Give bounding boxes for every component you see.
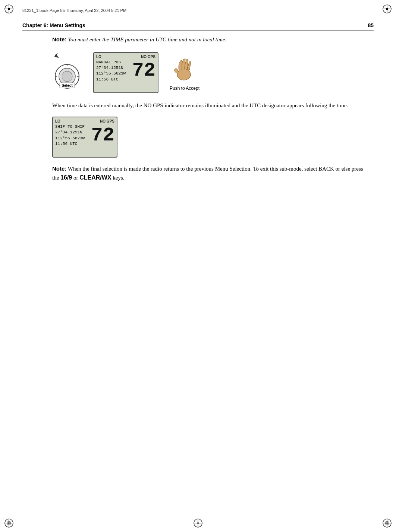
figure2: LO NO GPS SHIP TO SHIP 27°34.1251N 112°5… [52,117,366,158]
svg-point-7 [386,8,388,10]
reg-mark-bl [4,518,14,528]
note2-paragraph: Note: When the final selection is made t… [52,164,366,183]
note1-paragraph: Note: You must enter the TIME parameter … [52,35,366,44]
lcd2-lo: LO [55,119,60,123]
body-text-1: When time data is entered manually, the … [52,101,366,110]
main-content: Note: You must enter the TIME parameter … [52,35,366,183]
note2-bold-key1: 16/9 [60,174,72,181]
reg-mark-bc [193,518,203,528]
reg-mark-tl [4,4,14,14]
svg-point-24 [62,71,72,82]
knob-illustration: Select [52,52,89,93]
svg-text:Select: Select [62,83,73,88]
reg-mark-br [382,518,392,528]
svg-point-3 [8,8,10,10]
push-to-accept-label: Push to Accept [170,86,199,91]
lcd-screen-1: LO NO GPS MANUAL POS 27°34.1251N 112°55.… [93,52,158,93]
lcd1-nogps: NO GPS [141,55,155,59]
lcd2-text: SHIP TO SHIP 27°34.1251N 112°55.5623W 11… [55,124,89,147]
svg-point-21 [197,522,199,524]
file-info: 81231_1.book Page 85 Thursday, April 22,… [22,8,126,13]
note2-text3: keys. [111,175,125,181]
lcd2-nogps: NO GPS [100,119,114,123]
lcd1-lo: LO [96,55,101,59]
note2-text2: or [72,175,79,181]
svg-point-17 [386,522,388,524]
svg-point-12 [8,522,10,524]
reg-mark-tr [382,4,392,14]
note2-bold-key2: CLEAR/WX [79,174,111,181]
note1-label: Note: [52,36,66,42]
header-bar: Chapter 6: Menu Settings 85 [22,22,374,31]
lcd1-number: 72 [132,60,155,83]
note1-text: You must enter the TIME parameter in UTC… [66,37,226,42]
page-number: 85 [368,22,374,28]
lcd1-text: MANUAL POS 27°34.1251N 112°55.5623W 11:5… [96,60,130,83]
chapter-title: Chapter 6: Menu Settings [22,22,85,28]
note2-label: Note: [52,165,66,172]
push-button-illustration: Push to Accept [162,52,207,93]
lcd2-number: 72 [91,124,114,147]
lcd-screen-2: LO NO GPS SHIP TO SHIP 27°34.1251N 112°5… [52,117,117,158]
figure1: Select LO NO GPS MANUAL POS 27°34.1251N … [52,52,366,93]
